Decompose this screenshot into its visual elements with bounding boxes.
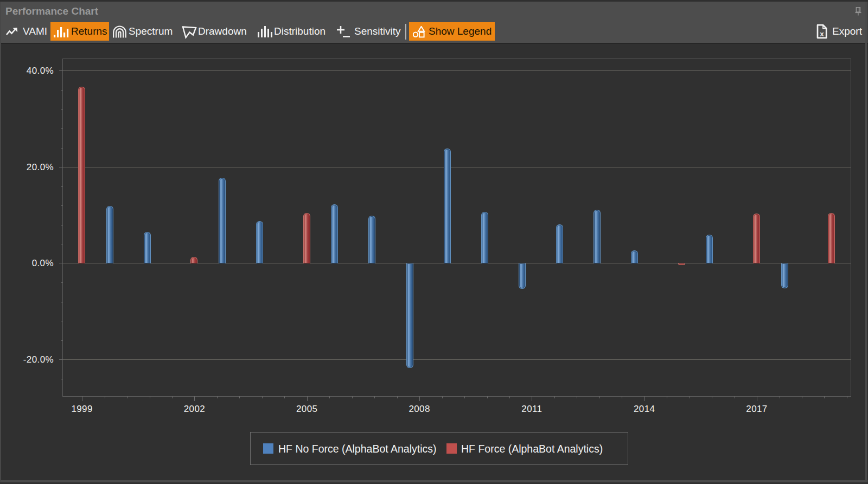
svg-text:x: x [820,30,824,38]
